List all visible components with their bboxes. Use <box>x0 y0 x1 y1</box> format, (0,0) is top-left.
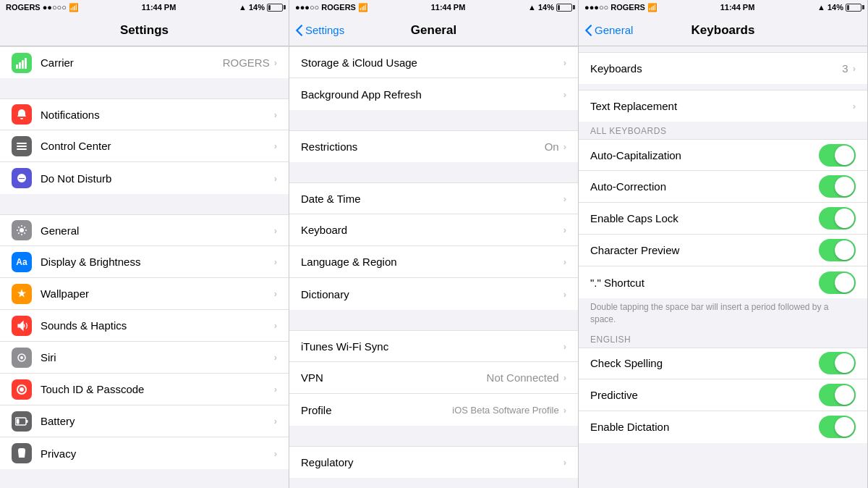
list-item-do-not-disturb[interactable]: Do Not Disturb › <box>0 162 289 194</box>
svg-rect-5 <box>17 146 27 147</box>
list-item-text-replacement[interactable]: Text Replacement › <box>579 90 867 122</box>
itunes-label: iTunes Wi-Fi Sync <box>301 340 563 353</box>
sep-g3 <box>289 310 578 330</box>
status-bar-2: ●●●○○ ROGERS 📶 11:44 PM ▲ 14% <box>289 0 578 14</box>
list-item-sounds[interactable]: Sounds & Haptics › <box>0 310 289 342</box>
vpn-value: Not Connected <box>487 371 559 384</box>
time-2: 11:44 PM <box>431 3 466 12</box>
wallpaper-icon <box>12 284 32 304</box>
vpn-chevron: › <box>563 372 566 383</box>
battery-label: Battery <box>41 415 274 427</box>
text-replacement-label: Text Replacement <box>590 100 853 112</box>
list-item-wallpaper[interactable]: Wallpaper › <box>0 278 289 310</box>
keyboards-panel: ●●●○○ ROGERS 📶 11:44 PM ▲ 14% General Ke… <box>579 0 868 488</box>
list-item-keyboards-count[interactable]: Keyboards 3 › <box>579 52 867 84</box>
list-item-touchid[interactable]: Touch ID & Passcode › <box>0 374 289 405</box>
dictionary-label: Dictionary <box>301 288 563 300</box>
notifications-icon <box>12 104 32 125</box>
back-button-3[interactable]: General <box>584 24 633 37</box>
profile-value: iOS Beta Software Profile <box>452 405 558 416</box>
list-item-vpn[interactable]: VPN Not Connected › <box>289 362 578 394</box>
settings-group-carrier: Carrier ROGERS › <box>0 46 289 78</box>
carrier-chevron: › <box>274 57 277 68</box>
itunes-chevron: › <box>563 341 566 352</box>
general-group-3: Date & Time › Keyboard › Language & Regi… <box>289 182 578 310</box>
carrier-label: Carrier <box>41 56 223 69</box>
list-item-background-refresh[interactable]: Background App Refresh › <box>289 78 578 110</box>
list-item-control-center[interactable]: Control Center › <box>0 130 289 162</box>
list-item-display[interactable]: Aa Display & Brightness › <box>0 246 289 278</box>
nav-header-2: Settings General <box>289 14 578 46</box>
list-item-general[interactable]: General › <box>0 214 289 246</box>
list-item-dictionary[interactable]: Dictionary › <box>289 278 578 310</box>
svg-rect-1 <box>19 62 21 69</box>
list-item-auto-cap[interactable]: Auto-Capitalization <box>579 139 867 171</box>
page-title-1: Settings <box>120 23 169 38</box>
list-item-battery[interactable]: Battery › <box>0 405 289 437</box>
list-item-enable-dictation[interactable]: Enable Dictation <box>579 411 867 443</box>
enable-dictation-label: Enable Dictation <box>590 421 819 433</box>
list-item-keyboard[interactable]: Keyboard › <box>289 214 578 246</box>
language-chevron: › <box>563 256 566 267</box>
list-item-profile[interactable]: Profile iOS Beta Software Profile › <box>289 394 578 426</box>
status-left-3: ●●●○○ ROGERS 📶 <box>584 3 658 12</box>
list-item-check-spelling[interactable]: Check Spelling <box>579 348 867 379</box>
settings-group-2: Notifications › Control Center › Do Not … <box>0 98 289 194</box>
list-item-auto-correction[interactable]: Auto-Correction <box>579 171 867 203</box>
battery-icon-2 <box>556 4 572 12</box>
predictive-toggle[interactable] <box>819 384 856 406</box>
list-item-predictive[interactable]: Predictive <box>579 379 867 411</box>
list-item-privacy[interactable]: Privacy › <box>0 437 289 469</box>
notifications-label: Notifications <box>41 109 274 121</box>
carrier-text-3: ROGERS <box>610 3 645 12</box>
enable-dictation-toggle[interactable] <box>819 416 856 438</box>
battery-percent-3: 14% <box>827 3 843 12</box>
sep-g2 <box>289 162 578 182</box>
do-not-disturb-icon <box>12 168 32 188</box>
privacy-label: Privacy <box>41 447 274 460</box>
sep-1 <box>0 78 289 98</box>
shortcut-footer: Double tapping the space bar will insert… <box>579 298 867 330</box>
carrier-text-1: ROGERS <box>6 3 41 12</box>
storage-label: Storage & iCloud Usage <box>301 56 563 69</box>
siri-icon <box>12 348 32 368</box>
privacy-chevron: › <box>274 448 277 459</box>
keyboard-label: Keyboard <box>301 224 563 236</box>
list-item-restrictions[interactable]: Restrictions On › <box>289 130 578 162</box>
list-item-siri[interactable]: Siri › <box>0 342 289 374</box>
sep-g5 <box>289 478 578 488</box>
char-preview-toggle[interactable] <box>819 239 856 261</box>
siri-label: Siri <box>41 351 274 363</box>
list-item-regulatory[interactable]: Regulatory › <box>289 446 578 478</box>
list-item-caps-lock[interactable]: Enable Caps Lock <box>579 203 867 235</box>
shortcut-toggle[interactable] <box>819 272 856 294</box>
list-item-language[interactable]: Language & Region › <box>289 246 578 278</box>
list-item-shortcut[interactable]: "." Shortcut <box>579 266 867 298</box>
shortcut-label: "." Shortcut <box>590 277 819 289</box>
list-item-itunes[interactable]: iTunes Wi-Fi Sync › <box>289 330 578 362</box>
dictionary-chevron: › <box>563 289 566 300</box>
storage-chevron: › <box>563 57 566 68</box>
list-item-storage[interactable]: Storage & iCloud Usage › <box>289 46 578 78</box>
check-spelling-toggle[interactable] <box>819 352 856 374</box>
page-title-3: Keyboards <box>692 23 755 38</box>
list-item-notifications[interactable]: Notifications › <box>0 98 289 130</box>
auto-correction-toggle[interactable] <box>819 175 856 198</box>
keyboards-count-chevron: › <box>853 63 856 74</box>
back-button-2[interactable]: Settings <box>295 24 344 37</box>
list-item-date-time[interactable]: Date & Time › <box>289 182 578 214</box>
list-item-char-preview[interactable]: Character Preview <box>579 235 867 266</box>
privacy-icon <box>12 443 32 463</box>
restrictions-label: Restrictions <box>301 140 545 153</box>
display-icon: Aa <box>12 252 32 272</box>
touchid-icon <box>12 379 32 400</box>
sounds-label: Sounds & Haptics <box>41 319 274 332</box>
svg-rect-6 <box>17 148 27 150</box>
list-item-carrier[interactable]: Carrier ROGERS › <box>0 46 289 78</box>
auto-cap-toggle[interactable] <box>819 144 856 167</box>
wallpaper-chevron: › <box>274 288 277 299</box>
back-label-3: General <box>595 24 633 36</box>
caps-lock-toggle[interactable] <box>819 207 856 230</box>
signal-bars-1: ●●○○○ <box>43 3 67 12</box>
notifications-chevron: › <box>274 109 277 120</box>
